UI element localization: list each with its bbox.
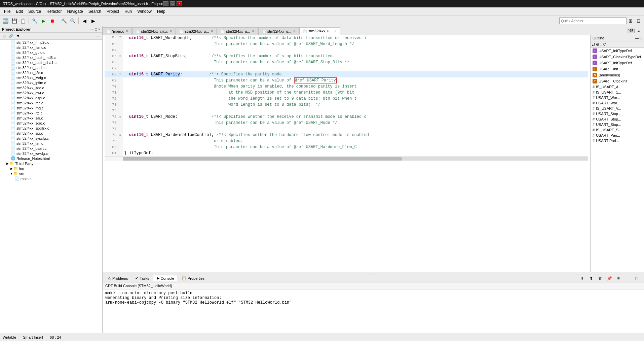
outline-item-usart-pari2[interactable]: # USART Pari... [591, 138, 644, 143]
line-code-70[interactable]: @note When parity is enabled, the comput… [123, 83, 588, 90]
back-button[interactable]: ◀ [80, 17, 88, 25]
tree-item-hash-md5[interactable]: 📄 stm32f4xx_hash_md5.c [0, 55, 102, 60]
tree-item-spdifrx[interactable]: 📄 stm32f4xx_spdifrx.c [0, 126, 102, 131]
tree-item-iwdg[interactable]: 📄 stm32f4xx_iwdg.c [0, 75, 102, 80]
tab-crc[interactable]: 📄 stm32f4xx_crc.c × [132, 27, 176, 35]
outline-item-usart-init-typedef[interactable]: T USART_InitTypeDef [591, 48, 644, 54]
outline-minimize-icon[interactable]: — [635, 36, 639, 40]
line-code-72[interactable]: the word length is set to 9 data bits; 8… [123, 96, 588, 102]
line-code-77[interactable] [123, 126, 588, 132]
tree-item-rcc[interactable]: 📄 stm32f4xx_rcc.c [0, 100, 102, 105]
tree-item-hash[interactable]: 📄 stm32f4xx_hash.c [0, 65, 102, 70]
tab-close-icon[interactable]: × [293, 29, 295, 33]
line-code-79[interactable]: or disabled. [123, 138, 588, 144]
debug-button[interactable]: 🔧 [31, 17, 39, 25]
close-button[interactable]: × [177, 1, 182, 6]
menu-source[interactable]: Source [26, 8, 44, 14]
outline-item-usart-wor1[interactable]: # USART_Wor... [591, 95, 644, 100]
tree-item-fsmc[interactable]: 📄 stm32f4xx_fsmc.c [0, 45, 102, 50]
console-content[interactable]: make --no-print-directory post-build Gen… [103, 289, 644, 333]
tree-item-usart[interactable]: 📄 stm32f4xx_usart.c [0, 146, 102, 151]
outline-item-usart-init-fn[interactable]: T USART_Init [591, 66, 644, 72]
console-menu[interactable]: ≡ [614, 274, 622, 282]
outline-item-usart-clock-init-typedef[interactable]: T USART_ClockInitTypeDef [591, 54, 644, 60]
pe-collapse-all[interactable]: ⊖ [1, 33, 7, 39]
tab-close-icon[interactable]: × [211, 29, 213, 33]
tree-item-sdio[interactable]: 📄 stm32f4xx_sdio.c [0, 121, 102, 126]
line-code-78[interactable]: uint16_t USART_HardwareFlowControl; /*!<… [123, 132, 588, 138]
new-button[interactable]: 🆕 [1, 17, 9, 25]
save-button[interactable]: 💾 [10, 17, 18, 25]
tree-item-mainc[interactable]: 📄 main.c [0, 176, 102, 181]
pe-menu[interactable]: ▼ [15, 33, 21, 39]
line-code-80[interactable]: This parameter can be a value of @ref US… [123, 144, 588, 150]
line-code-75[interactable]: uint16_t USART_Mode; /*!< Specifies whet… [123, 114, 588, 120]
tab-g1[interactable]: 📄 stm32f4xx_g... × [176, 27, 217, 35]
console-scroll-lock[interactable]: ⬇ [578, 274, 586, 282]
outline-filter-icon[interactable]: ▽ [603, 42, 606, 47]
outline-item-usart-stop1[interactable]: # USART_Stop... [591, 111, 644, 116]
save-all-button[interactable]: 📋 [19, 17, 27, 25]
menu-window[interactable]: Window [135, 8, 154, 14]
tab-u1[interactable]: 📄 stm32f4xx_u... × [258, 27, 299, 35]
maximize-button[interactable]: □ [170, 1, 175, 6]
view-button[interactable]: ⊟ [635, 17, 643, 25]
tree-item-pwr[interactable]: 📄 stm32f4xx_pwr.c [0, 90, 102, 95]
line-code-64[interactable] [123, 47, 588, 53]
view-menu-button[interactable]: ≡ [635, 27, 643, 35]
console-pin[interactable]: 📌 [605, 274, 613, 282]
menu-refactor[interactable]: Refactor [44, 8, 64, 14]
tree-item-hash-sha1[interactable]: 📄 stm32f4xx_hash_sha1.c [0, 60, 102, 65]
h-scrollbar-area[interactable] [105, 156, 588, 161]
menu-project[interactable]: Project [104, 8, 122, 14]
tab-g2[interactable]: 📄 stm32f4xx_g... × [217, 27, 258, 35]
pe-link-editor[interactable]: 🔗 [7, 33, 14, 39]
outline-sync-icon[interactable]: ⇄ [592, 42, 595, 47]
tab-close-icon[interactable]: × [252, 29, 254, 33]
bottom-tab-console[interactable]: ▶ Console [153, 275, 178, 281]
line-code-66[interactable]: This parameter can be a value of @ref US… [123, 59, 588, 65]
pe-minimize-icon[interactable]: — [90, 27, 94, 31]
outline-sort-icon[interactable]: ↕ [600, 42, 602, 47]
outline-item-is-usart-1[interactable]: # IS_USART_1... [591, 90, 644, 95]
outline-item-usart-wor2[interactable]: # USART_Wor... [591, 100, 644, 106]
outline-item-anonymous[interactable]: S (anonymous) [591, 72, 644, 78]
outline-item-usart-stop2[interactable]: # USART_Stop... [591, 116, 644, 122]
forward-button[interactable]: ▶ [89, 17, 97, 25]
outline-item-usart-init-typedef2[interactable]: T USART_InitTypeDef [591, 60, 644, 66]
menu-search[interactable]: Search [86, 8, 104, 14]
tree-item-inc[interactable]: ▶ 📁 inc [0, 166, 102, 171]
tree-item-spi[interactable]: 📄 stm32f4xx_spi.c [0, 131, 102, 136]
minimize-button[interactable]: _ [163, 1, 168, 6]
bottom-tab-problems[interactable]: ⚠ Problems [104, 275, 131, 281]
tree-item-lptim[interactable]: 📄 stm32f4xx_lptim.c [0, 80, 102, 85]
menu-file[interactable]: File [1, 8, 13, 14]
outline-collapse-icon[interactable]: ⊖ [596, 42, 599, 47]
tab-close-icon[interactable]: × [170, 29, 172, 33]
pe-minimize2[interactable]: — [95, 33, 101, 39]
line-code-74[interactable] [123, 108, 588, 114]
tree-item-i2c[interactable]: 📄 stm32f4xx_i2c.c [0, 70, 102, 75]
tree-item-release-notes[interactable]: 🌐 Release_Notes.html [0, 156, 102, 161]
tree-item-wwdg[interactable]: 📄 stm32f4xx_wwdg.c [0, 151, 102, 156]
line-code-65[interactable]: uint16_t USART_StopBits; /*!< Specifies … [123, 53, 588, 59]
search-button[interactable]: 🔍 [69, 17, 77, 25]
pe-close-icon[interactable]: × [98, 27, 100, 31]
console-minimize[interactable]: — [623, 274, 632, 282]
line-code-63[interactable]: This parameter can be a value of @ref US… [123, 41, 588, 47]
console-scroll-up[interactable]: ⬆ [587, 274, 595, 282]
tab-close-icon[interactable]: × [335, 29, 337, 33]
run-button[interactable]: ▶ [39, 17, 47, 25]
stop-button[interactable]: ⏹ [48, 17, 56, 25]
tab-main-c[interactable]: 📄 *main.c × [103, 27, 132, 35]
bottom-tab-tasks[interactable]: ✔ Tasks [131, 275, 153, 281]
h-scrollbar-track[interactable] [123, 157, 588, 161]
h-scrollbar-thumb[interactable] [123, 157, 402, 161]
pe-maximize-icon[interactable]: □ [95, 27, 97, 31]
tab-close-icon[interactable]: × [126, 29, 128, 33]
line-code-71[interactable]: at the MSB position of the transmitted d… [123, 90, 588, 96]
tree-item-rng[interactable]: 📄 stm32f4xx_rng.c [0, 105, 102, 110]
tree-item-third-party[interactable]: ▶ 📁 Third-Party [0, 161, 102, 166]
outline-item-is-usart-s[interactable]: # IS_USART_S... [591, 127, 644, 133]
tree-item-src[interactable]: ▼ 📁 src [0, 171, 102, 176]
